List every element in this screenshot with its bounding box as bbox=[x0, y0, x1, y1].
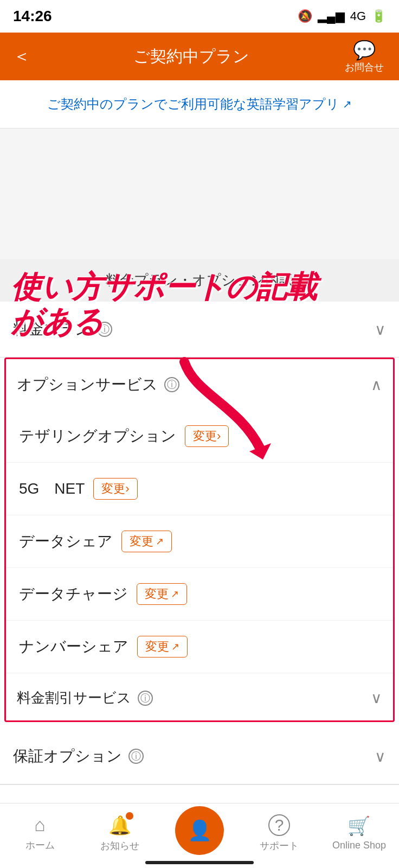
discount-label: 料金割引サービス bbox=[17, 688, 131, 707]
numbershare-change-button[interactable]: 変更 ↗ bbox=[137, 636, 188, 658]
discount-service-row[interactable]: 料金割引サービス ⓘ ∨ bbox=[6, 673, 393, 720]
main-content: 使い方サポートの記載 がある 料金プラン・オプション内訳 料金プラン ⓘ ∨ bbox=[0, 259, 399, 868]
section-title-banner: 料金プラン・オプション内訳 bbox=[0, 259, 399, 302]
plan-accordion-header[interactable]: 料金プラン ⓘ ∨ bbox=[0, 302, 399, 357]
numbershare-option-name: ナンバーシェア bbox=[19, 636, 128, 657]
external-link-icon: ↗ bbox=[343, 98, 352, 111]
contact-button[interactable]: 💬 お問合せ bbox=[343, 39, 386, 74]
datacharge-option-name: データチャージ bbox=[19, 584, 128, 604]
plan-info-icon[interactable]: ⓘ bbox=[97, 322, 112, 337]
warranty-label: 保証オプション bbox=[13, 746, 122, 767]
5gnet-option-item: 5G NET 変更 › bbox=[6, 463, 393, 515]
tethering-option-name: テザリングオプション bbox=[19, 426, 176, 446]
datashare-change-button[interactable]: 変更 ↗ bbox=[121, 531, 172, 552]
home-icon: ⌂ bbox=[34, 814, 46, 835]
status-icons: 🔕 ▂▄▆ 4G 🔋 bbox=[298, 9, 386, 23]
option-info-icon[interactable]: ⓘ bbox=[164, 377, 179, 392]
shop-icon: 🛒 bbox=[347, 815, 370, 837]
option-label-group: オプションサービス ⓘ bbox=[17, 374, 179, 395]
status-bar: 14:26 🔕 ▂▄▆ 4G 🔋 bbox=[0, 0, 399, 33]
datashare-option-name: データシェア bbox=[19, 531, 113, 552]
banner-link-container: ご契約中のプランでご利用可能な英語学習アプリ ↗ bbox=[0, 80, 399, 129]
notification-label: お知らせ bbox=[100, 839, 139, 852]
warranty-chevron: ∨ bbox=[375, 748, 386, 765]
tethering-change-button[interactable]: 変更 › bbox=[185, 425, 229, 447]
nav-mypage[interactable]: 👤 bbox=[159, 801, 239, 860]
contact-icon: 💬 bbox=[353, 39, 376, 61]
nav-home[interactable]: ⌂ ホーム bbox=[0, 809, 80, 852]
plan-chevron: ∨ bbox=[375, 321, 386, 339]
home-indicator bbox=[0, 857, 399, 868]
option-chevron: ∧ bbox=[371, 376, 382, 394]
discount-info-icon[interactable]: ⓘ bbox=[138, 691, 153, 706]
mypage-icon: 👤 bbox=[188, 819, 212, 842]
plan-accordion: 料金プラン ⓘ ∨ bbox=[0, 302, 399, 358]
mute-icon: 🔕 bbox=[298, 9, 312, 23]
plan-label-group: 料金プラン ⓘ bbox=[13, 319, 112, 340]
back-button[interactable]: ＜ bbox=[13, 44, 40, 68]
discount-chevron: ∨ bbox=[371, 689, 382, 707]
plan-label: 料金プラン bbox=[13, 319, 91, 340]
section-title-text: 料金プラン・オプション内訳 bbox=[106, 272, 293, 288]
network-type: 4G bbox=[350, 9, 366, 23]
nav-support[interactable]: ? サポート bbox=[240, 809, 319, 852]
english-app-link-text: ご契約中のプランでご利用可能な英語学習アプリ bbox=[47, 95, 339, 113]
5gnet-change-button[interactable]: 変更 › bbox=[93, 478, 137, 500]
option-label: オプションサービス bbox=[17, 374, 158, 395]
signal-icon: ▂▄▆ bbox=[318, 9, 345, 23]
warranty-accordion: 保証オプション ⓘ ∨ bbox=[0, 729, 399, 784]
warranty-info-icon[interactable]: ⓘ bbox=[128, 749, 144, 764]
home-indicator-bar bbox=[145, 861, 254, 864]
shop-label: Online Shop bbox=[332, 840, 386, 851]
datacharge-external-icon: ↗ bbox=[171, 588, 179, 600]
warranty-accordion-header[interactable]: 保証オプション ⓘ ∨ bbox=[0, 729, 399, 784]
numbershare-option-item: ナンバーシェア 変更 ↗ bbox=[6, 621, 393, 673]
mypage-center-button[interactable]: 👤 bbox=[175, 806, 224, 855]
support-icon: ? bbox=[268, 814, 290, 836]
nav-online-shop[interactable]: 🛒 Online Shop bbox=[319, 809, 399, 851]
support-label: サポート bbox=[260, 839, 299, 852]
contact-label: お問合せ bbox=[345, 61, 384, 74]
english-app-link[interactable]: ご契約中のプランでご利用可能な英語学習アプリ ↗ bbox=[47, 95, 352, 113]
status-time: 14:26 bbox=[13, 8, 52, 25]
datashare-external-icon: ↗ bbox=[156, 535, 164, 547]
header: ＜ ご契約中プラン 💬 お問合せ bbox=[0, 33, 399, 80]
option-highlighted-section: オプションサービス ⓘ ∧ テザリングオプション 変更 › 5G NET 変更 … bbox=[4, 358, 395, 722]
datacharge-option-item: データチャージ 変更 ↗ bbox=[6, 568, 393, 621]
warranty-label-group: 保証オプション ⓘ bbox=[13, 746, 144, 767]
battery-icon: 🔋 bbox=[371, 9, 386, 23]
5gnet-option-name: 5G NET bbox=[19, 478, 85, 499]
nav-notification[interactable]: 🔔 お知らせ bbox=[80, 809, 159, 852]
datacharge-change-button[interactable]: 変更 ↗ bbox=[137, 583, 187, 605]
tethering-option-item: テザリングオプション 変更 › bbox=[6, 410, 393, 463]
option-accordion-header[interactable]: オプションサービス ⓘ ∧ bbox=[6, 359, 393, 410]
numbershare-external-icon: ↗ bbox=[171, 641, 179, 653]
home-label: ホーム bbox=[25, 839, 55, 852]
discount-label-group: 料金割引サービス ⓘ bbox=[17, 688, 153, 707]
page-title: ご契約中プラン bbox=[40, 46, 343, 68]
datashare-option-item: データシェア 変更 ↗ bbox=[6, 515, 393, 568]
notification-icon: 🔔 bbox=[108, 814, 131, 836]
